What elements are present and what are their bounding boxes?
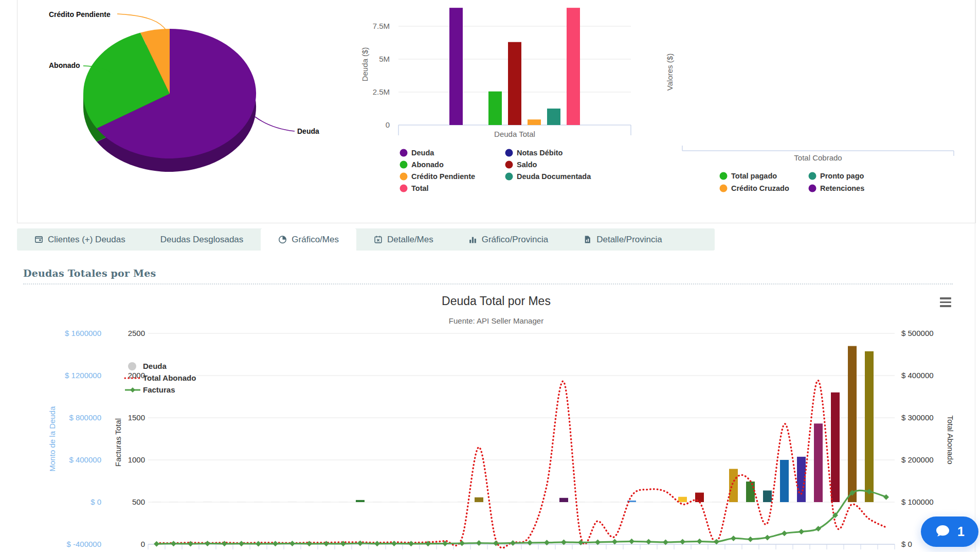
column-deuda-mes[interactable] — [169, 502, 178, 502]
column-deuda-mes[interactable] — [186, 502, 195, 502]
legend-item-deuda[interactable]: Deuda — [128, 362, 167, 370]
chart-total-cobrado: Valores ($)Total CobradoTotal pagadoCréd… — [663, 0, 980, 206]
column-deuda-mes[interactable] — [509, 502, 517, 502]
facturas-point-marker — [205, 541, 210, 546]
facturas-axis-tick: 2500 — [128, 329, 145, 337]
column-deuda-mes[interactable] — [322, 502, 331, 502]
column-total[interactable] — [567, 8, 580, 125]
column-deuda-mes[interactable] — [356, 500, 365, 502]
abonado-axis-tick: $ 0 — [901, 540, 912, 548]
legend-item-facturas[interactable]: Facturas — [125, 385, 175, 394]
column-deuda-mes[interactable] — [254, 502, 263, 502]
column-deuda-mes[interactable] — [644, 502, 653, 502]
legend-item-credito-pendiente[interactable]: Crédito Pendiente — [400, 172, 476, 181]
column-deuda-mes[interactable] — [814, 423, 823, 502]
column-deuda-mes[interactable] — [729, 469, 738, 502]
tab-grafico-mes[interactable]: Gráfico/Mes — [261, 228, 356, 251]
legend-item-saldo[interactable]: Saldo — [505, 161, 537, 169]
bar-chart-icon — [468, 235, 477, 244]
tab-grafico-provincia[interactable]: Gráfico/Provincia — [451, 228, 566, 251]
legend-item-abonado[interactable]: Abonado — [400, 161, 444, 169]
column-deuda-mes[interactable] — [610, 502, 619, 502]
column-deuda[interactable] — [449, 8, 463, 125]
abonado-axis-tick: $ 400000 — [901, 371, 934, 380]
column-deuda-mes[interactable] — [407, 502, 415, 502]
facturas-point-marker — [239, 541, 244, 546]
column-deuda-mes[interactable] — [576, 502, 585, 502]
column-deuda-mes[interactable] — [475, 497, 483, 502]
facturas-point-marker — [798, 529, 804, 535]
svg-text:Deuda Documentada: Deuda Documentada — [517, 172, 591, 181]
column-deuda-mes[interactable] — [865, 351, 874, 502]
facturas-point-marker — [323, 541, 329, 546]
legend-item-deuda-documentada[interactable]: Deuda Documentada — [505, 172, 592, 181]
facturas-point-marker — [765, 535, 770, 540]
column-deuda-mes[interactable] — [441, 502, 449, 502]
pie-label-connector — [117, 14, 167, 31]
svg-text:Deuda: Deuda — [143, 362, 167, 370]
svg-text:Deuda: Deuda — [411, 149, 434, 157]
column-deuda-mes[interactable] — [424, 502, 432, 502]
column-deuda-mes[interactable] — [559, 498, 568, 502]
legend-item-deuda[interactable]: Deuda — [400, 149, 435, 157]
facturas-point-marker — [289, 541, 295, 546]
column-deuda-mes[interactable] — [271, 502, 280, 502]
facturas-point-marker — [459, 541, 465, 546]
column-deuda-mes[interactable] — [288, 502, 297, 502]
column-deuda-mes[interactable] — [525, 502, 534, 502]
svg-text:Total Abonado: Total Abonado — [143, 373, 196, 382]
column-deuda-mes[interactable] — [373, 502, 382, 502]
column-deuda-mes[interactable] — [780, 460, 789, 502]
column-deuda-mes[interactable] — [339, 502, 348, 502]
pie-label-abonado: Abonado — [49, 61, 80, 69]
monto-axis-title: Monto de la Deuda — [48, 406, 57, 471]
column-deuda-documentada[interactable] — [547, 109, 560, 125]
chat-widget-button[interactable]: 1 — [921, 517, 978, 547]
column-deuda-mes[interactable] — [390, 502, 398, 502]
facturas-point-marker — [476, 540, 482, 546]
legend-item-pronto-pago[interactable]: Pronto pago — [809, 172, 864, 180]
legend-item-retenciones[interactable]: Retenciones — [809, 184, 865, 192]
tab-clientes-deudas[interactable]: Clientes (+) Deudas — [17, 228, 143, 251]
column-abonado[interactable] — [488, 92, 502, 125]
tab-detalle-provincia[interactable]: Detalle/Provincia — [566, 228, 680, 251]
legend-item-total[interactable]: Total — [400, 184, 429, 192]
series-total-abonado-line[interactable] — [157, 380, 886, 547]
column-deuda-mes[interactable] — [712, 502, 721, 502]
facturas-point-marker — [510, 540, 516, 546]
column-saldo[interactable] — [508, 42, 521, 125]
facturas-point-marker — [697, 539, 702, 544]
column-deuda-mes[interactable] — [831, 393, 840, 502]
svg-text:Crédito Pendiente: Crédito Pendiente — [411, 172, 475, 181]
svg-text:Retenciones: Retenciones — [820, 184, 864, 192]
column-deuda-mes[interactable] — [152, 502, 161, 502]
column-deuda-mes[interactable] — [237, 502, 246, 502]
column-deuda-mes[interactable] — [492, 502, 500, 502]
column-deuda-mes[interactable] — [848, 346, 857, 502]
column-deuda-mes[interactable] — [458, 502, 466, 502]
facturas-point-marker — [374, 541, 380, 546]
svg-text:Crédito Cruzado: Crédito Cruzado — [731, 184, 789, 192]
column-deuda-mes[interactable] — [593, 502, 602, 502]
column-deuda-mes[interactable] — [203, 502, 212, 502]
column-deuda-mes[interactable] — [542, 502, 551, 502]
legend-item-notas-debito[interactable]: Notas Débito — [505, 149, 563, 157]
window-icon — [34, 235, 43, 244]
column-deuda-mes[interactable] — [661, 502, 670, 502]
column-deuda-mes[interactable] — [305, 502, 314, 502]
tab-label: Clientes (+) Deudas — [48, 235, 125, 245]
tab-deudas-desglosadas[interactable]: Deudas Desglosadas — [143, 228, 261, 251]
column-deuda-mes[interactable] — [220, 502, 229, 502]
tab-detalle-mes[interactable]: Detalle/Mes — [356, 228, 451, 251]
facturas-axis-tick: 1500 — [128, 413, 145, 422]
legend-item-total-pagado[interactable]: Total pagado — [720, 172, 777, 180]
svg-text:Total pagado: Total pagado — [731, 172, 777, 180]
column-deuda-mes[interactable] — [763, 490, 772, 502]
column-credito-pendiente[interactable] — [528, 119, 541, 125]
column-deuda-mes[interactable] — [678, 497, 687, 502]
facturas-axis-tick: 0 — [141, 540, 145, 548]
legend-item-credito-cruzado[interactable]: Crédito Cruzado — [720, 184, 789, 192]
series-facturas-line[interactable] — [157, 490, 886, 544]
column-deuda-mes[interactable] — [746, 482, 755, 502]
calendar-x-icon — [374, 235, 383, 244]
